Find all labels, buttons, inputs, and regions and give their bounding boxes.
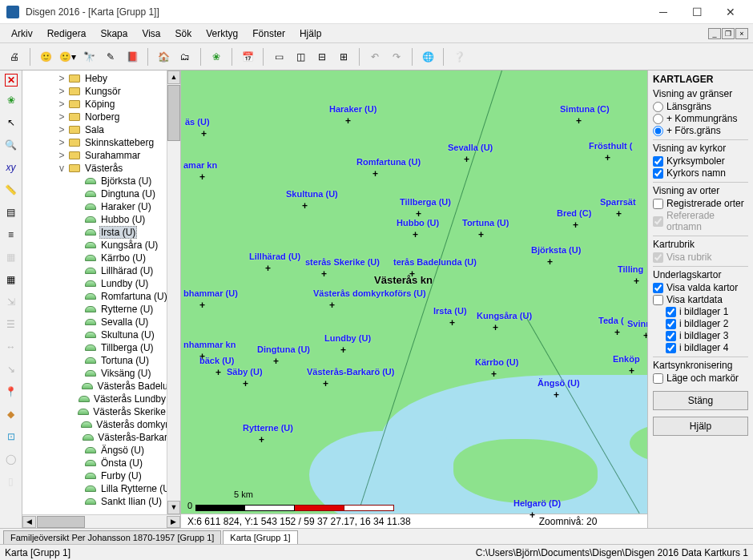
tree-item[interactable]: Ängsö (U) xyxy=(22,444,180,457)
tree-folder-norberg[interactable]: >Norberg xyxy=(22,111,180,123)
tree-icon[interactable]: ❀ xyxy=(207,47,226,66)
menu-arkiv[interactable]: Arkiv xyxy=(5,26,39,42)
binoculars-icon[interactable]: 🔭 xyxy=(79,47,99,66)
tree-item[interactable]: Furby (U) xyxy=(22,469,180,482)
tree-item[interactable]: Hubbo (U) xyxy=(22,213,180,226)
menu-skapa[interactable]: Skapa xyxy=(94,26,134,42)
tree-folder-heby[interactable]: >Heby xyxy=(22,72,180,85)
blank-icon[interactable]: ▯ xyxy=(2,473,20,490)
tree-item[interactable]: Romfartuna (U) xyxy=(22,290,180,303)
tree-item[interactable]: Lundby (U) xyxy=(22,277,180,290)
tree-item[interactable]: Irsta (U) xyxy=(22,226,180,239)
tree-item[interactable]: Björksta (U) xyxy=(22,175,180,187)
close-button[interactable]: ✕ xyxy=(715,2,747,22)
tree-item[interactable]: Tortuna (U) xyxy=(22,354,180,367)
tree-item[interactable]: Västerås domkyrko xyxy=(22,418,180,431)
leaf-icon[interactable]: ❀ xyxy=(2,91,20,109)
minimize-button[interactable]: ─ xyxy=(647,2,679,22)
tab-familjeoversikt[interactable]: Familjeöversikt Per Johansson 1870-1957 … xyxy=(3,530,221,544)
undo-icon[interactable]: ↶ xyxy=(365,47,385,66)
mdi-close-button[interactable]: × xyxy=(735,28,748,39)
pointer-icon[interactable]: ↖ xyxy=(2,114,20,131)
tree-folder-västerås[interactable]: vVästerås xyxy=(22,162,180,175)
tree-item[interactable]: Skultuna (U) xyxy=(22,328,180,341)
check-visa-valda-kartor[interactable]: Visa valda kartor xyxy=(653,282,748,293)
grid-dark-icon[interactable]: ▦ xyxy=(2,271,20,288)
menu-redigera[interactable]: Redigera xyxy=(41,26,93,42)
tree-item[interactable]: Kärrbo (U) xyxy=(22,252,180,264)
menu-sok[interactable]: Sök xyxy=(169,26,199,42)
check-bildlager-3[interactable]: i bildlager 3 xyxy=(666,330,748,341)
tree-item[interactable]: Viksäng (U) xyxy=(22,367,180,380)
mdi-restore-button[interactable]: ❐ xyxy=(722,28,735,39)
book-icon[interactable]: 📕 xyxy=(123,47,142,66)
measure-icon[interactable]: ↔ xyxy=(2,338,20,356)
tree-folder-köping[interactable]: >Köping xyxy=(22,98,180,111)
check-kyrkors-namn[interactable]: Kyrkors namn xyxy=(653,167,748,179)
pin-plus-icon[interactable]: 📍 xyxy=(2,383,20,401)
person-icon[interactable]: 🙂▾ xyxy=(58,47,77,66)
check-visa-kartdata[interactable]: Visa kartdata xyxy=(653,294,748,305)
layer-icon[interactable]: ▤ xyxy=(2,203,20,221)
tree-item[interactable]: Lillhärad (U) xyxy=(22,264,180,277)
tree-item[interactable]: Sevalla (U) xyxy=(22,316,180,328)
tree-vertical-scrollbar[interactable]: ▲▼ xyxy=(167,71,180,514)
tree-item[interactable]: Rytterne (U) xyxy=(22,303,180,316)
stack-icon[interactable]: 🗂 xyxy=(175,47,195,66)
grid-light-icon[interactable]: ▦ xyxy=(2,248,20,266)
check-registrerade-orter[interactable]: Registrerade orter xyxy=(653,198,748,209)
redo-icon[interactable]: ↷ xyxy=(387,47,406,66)
widen-icon[interactable]: ⇲ xyxy=(2,293,20,311)
globe-icon[interactable]: 🌐 xyxy=(418,47,437,66)
check-bildlager-1[interactable]: i bildlager 1 xyxy=(666,306,748,317)
layout1-icon[interactable]: ▭ xyxy=(269,47,288,66)
circle-icon[interactable]: ◯ xyxy=(2,450,20,468)
menu-visa[interactable]: Visa xyxy=(135,26,167,42)
tree-item[interactable]: Haraker (U) xyxy=(22,200,180,213)
tree-item[interactable]: Lilla Rytterne (U) xyxy=(22,482,180,495)
radio-forsgrans[interactable]: + Förs.gräns xyxy=(653,125,748,136)
menu-fonster[interactable]: Fönster xyxy=(246,26,292,42)
check-bildlager-4[interactable]: i bildlager 4 xyxy=(666,342,748,353)
menu-verktyg[interactable]: Verktyg xyxy=(199,26,244,42)
person-add-icon[interactable]: 🙂 xyxy=(36,47,55,66)
tree-item[interactable]: Önsta (U) xyxy=(22,457,180,469)
mdi-minimize-button[interactable]: _ xyxy=(708,28,721,39)
diamond-icon[interactable]: ◆ xyxy=(2,405,20,423)
layout3-icon[interactable]: ⊟ xyxy=(312,47,332,66)
magnifier-icon[interactable]: 🔍 xyxy=(2,136,20,154)
home-icon[interactable]: 🏠 xyxy=(154,47,173,66)
tree-item[interactable]: Kungsåra (U) xyxy=(22,239,180,252)
help-panel-button[interactable]: Hjälp xyxy=(653,417,748,436)
maximize-button[interactable]: ☐ xyxy=(681,2,713,22)
coordinates-icon[interactable]: xy xyxy=(2,159,20,176)
tree-horizontal-scrollbar[interactable]: ◀▶ xyxy=(22,514,180,528)
tree-folder-kungsör[interactable]: >Kungsör xyxy=(22,85,180,98)
check-lage-markor[interactable]: Läge och markör xyxy=(653,373,748,384)
close-red-icon[interactable]: ✕ xyxy=(5,74,18,87)
note-icon[interactable]: ✎ xyxy=(101,47,120,66)
lines-icon[interactable]: ≡ xyxy=(2,226,20,244)
tree-item[interactable]: Tillberga (U) xyxy=(22,341,180,354)
tree-item[interactable]: Västerås-Barkarö ( xyxy=(22,431,180,444)
check-kyrksymboler[interactable]: Kyrksymboler xyxy=(653,155,748,167)
tree-item[interactable]: Västerås Skerike (U xyxy=(22,405,180,418)
layout2-icon[interactable]: ◫ xyxy=(291,47,310,66)
layout4-icon[interactable]: ⊞ xyxy=(334,47,353,66)
calendar-icon[interactable]: 📅 xyxy=(238,47,257,66)
radio-kommungrans[interactable]: + Kommungräns xyxy=(653,113,748,124)
check-bildlager-2[interactable]: i bildlager 2 xyxy=(666,318,748,329)
tree-folder-sala[interactable]: >Sala xyxy=(22,123,180,136)
close-panel-button[interactable]: Stäng xyxy=(653,391,748,410)
menu-hjalp[interactable]: Hjälp xyxy=(293,26,328,42)
tree-folder-skinnskatteberg[interactable]: >Skinnskatteberg xyxy=(22,136,180,149)
tree-item[interactable]: Västerås Badelund xyxy=(22,380,180,393)
tree-item[interactable]: Västerås Lundby (U xyxy=(22,393,180,405)
tab-karta[interactable]: Karta [Grupp 1] xyxy=(223,530,297,544)
ruler-icon[interactable]: 📏 xyxy=(2,181,20,199)
list-icon[interactable]: ☰ xyxy=(2,316,20,333)
print-icon[interactable]: 🖨 xyxy=(5,47,24,66)
radio-lansgrans[interactable]: Länsgräns xyxy=(653,101,748,112)
map-canvas[interactable]: 0 5 km X:6 611 824, Y:1 543 152 / 59 37 … xyxy=(181,71,647,528)
fit-icon[interactable]: ⊡ xyxy=(2,428,20,445)
